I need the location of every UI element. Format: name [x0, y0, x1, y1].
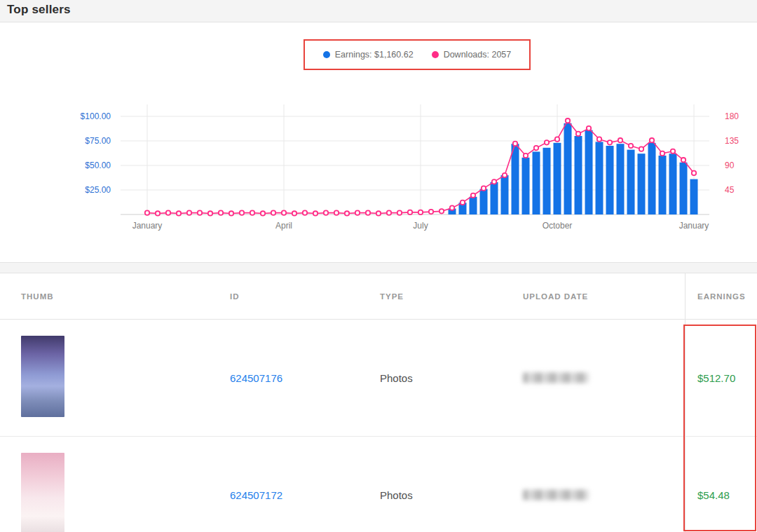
- downloads-marker: [334, 210, 339, 214]
- legend-downloads-label: Downloads: 2057: [444, 50, 512, 60]
- downloads-marker: [177, 211, 181, 215]
- downloads-marker: [397, 210, 402, 214]
- downloads-marker: [282, 210, 286, 214]
- downloads-marker: [313, 211, 318, 215]
- left-axis-tick: $50.00: [85, 161, 111, 170]
- x-axis-label: July: [413, 221, 428, 231]
- header-thumb: THUMB: [21, 273, 54, 320]
- earnings-bar: [501, 175, 509, 214]
- downloads-marker: [240, 210, 244, 214]
- earnings-bar: [564, 123, 572, 214]
- downloads-marker: [166, 210, 170, 214]
- earnings-bar: [680, 163, 688, 214]
- downloads-dot-icon: [432, 51, 439, 58]
- upload-date-redacted: [523, 490, 589, 500]
- downloads-marker: [187, 210, 191, 214]
- downloads-marker: [208, 211, 212, 215]
- downloads-marker: [671, 149, 675, 154]
- downloads-marker: [597, 137, 601, 141]
- downloads-marker: [355, 210, 360, 214]
- downloads-marker: [608, 140, 612, 144]
- earnings-bar: [470, 197, 477, 214]
- asset-earnings: $54.48: [697, 489, 730, 501]
- left-axis-tick: $100.00: [81, 111, 111, 121]
- asset-type: Photos: [380, 489, 413, 501]
- downloads-marker: [461, 200, 465, 205]
- downloads-marker: [545, 140, 549, 144]
- earnings-downloads-chart: JanuaryAprilJulyOctoberJanuary$25.0045$5…: [0, 92, 757, 243]
- earnings-bar: [617, 144, 625, 214]
- downloads-marker: [503, 173, 507, 177]
- earnings-bar: [543, 148, 551, 214]
- earnings-bar: [627, 150, 635, 214]
- downloads-marker: [198, 210, 202, 214]
- downloads-marker: [566, 118, 570, 123]
- left-axis-tick: $25.00: [85, 185, 111, 195]
- downloads-marker: [534, 146, 538, 150]
- downloads-marker: [303, 210, 307, 214]
- downloads-marker: [345, 211, 349, 215]
- header-type: TYPE: [380, 273, 404, 320]
- header-upload-date: UPLOAD DATE: [523, 273, 588, 320]
- asset-type: Photos: [380, 372, 413, 384]
- right-axis-tick: 90: [725, 161, 735, 170]
- upload-date-cell: [523, 373, 589, 383]
- downloads-marker: [576, 132, 580, 136]
- earnings-bar: [659, 156, 667, 214]
- asset-id-link[interactable]: 624507172: [230, 489, 282, 501]
- earnings-bar: [522, 158, 530, 214]
- downloads-marker: [681, 158, 686, 162]
- chart-card: Earnings: $1,160.62 Downloads: 2057 Janu…: [0, 22, 757, 263]
- legend-item-downloads: Downloads: 2057: [432, 50, 512, 60]
- downloads-marker: [261, 211, 265, 215]
- earnings-bar: [596, 142, 603, 214]
- downloads-marker: [492, 179, 496, 184]
- earnings-bar: [669, 154, 677, 214]
- downloads-marker: [429, 210, 433, 214]
- earnings-bar: [533, 151, 540, 214]
- legend-annotation-box: Earnings: $1,160.62 Downloads: 2057: [304, 39, 531, 70]
- earnings-bar: [512, 144, 519, 214]
- asset-thumbnail[interactable]: [21, 453, 64, 532]
- top-sellers-page: Top sellers Earnings: $1,160.62 Download…: [0, 0, 757, 532]
- page-title: Top sellers: [7, 3, 71, 17]
- earnings-bar: [480, 189, 488, 214]
- table-row: 624507176 Photos $512.70: [0, 320, 757, 437]
- downloads-marker: [650, 138, 654, 142]
- earnings-bar: [491, 182, 498, 214]
- downloads-marker: [156, 211, 160, 215]
- upload-date-redacted: [523, 373, 589, 383]
- right-axis-tick: 135: [725, 136, 739, 146]
- x-axis-label: January: [679, 221, 709, 231]
- asset-id-link[interactable]: 624507176: [230, 372, 282, 384]
- downloads-marker: [639, 146, 643, 151]
- downloads-marker: [229, 211, 233, 215]
- table-header-row: THUMB ID TYPE UPLOAD DATE EARNINGS: [0, 273, 757, 320]
- earnings-bar: [575, 136, 582, 214]
- downloads-marker: [513, 142, 517, 146]
- top-sellers-table: THUMB ID TYPE UPLOAD DATE EARNINGS 62450…: [0, 273, 757, 532]
- downloads-marker: [250, 210, 254, 214]
- header-id: ID: [230, 273, 240, 320]
- legend-item-earnings: Earnings: $1,160.62: [323, 50, 414, 60]
- earnings-bar: [585, 130, 593, 214]
- downloads-marker: [587, 126, 591, 130]
- asset-thumbnail[interactable]: [21, 336, 64, 417]
- downloads-marker: [555, 137, 559, 141]
- legend-earnings-label: Earnings: $1,160.62: [335, 50, 414, 60]
- downloads-marker: [660, 151, 664, 156]
- downloads-marker: [524, 154, 528, 158]
- chart-legend: Earnings: $1,160.62 Downloads: 2057: [323, 50, 512, 60]
- earnings-bar: [648, 143, 656, 214]
- downloads-marker: [376, 211, 381, 215]
- downloads-marker: [439, 209, 444, 213]
- downloads-marker: [387, 210, 391, 214]
- downloads-marker: [450, 205, 454, 210]
- earnings-bar: [606, 146, 614, 214]
- downloads-marker: [324, 210, 328, 214]
- downloads-marker: [145, 210, 149, 214]
- downloads-marker: [271, 210, 275, 214]
- downloads-marker: [292, 211, 296, 215]
- earnings-bar: [638, 154, 646, 214]
- downloads-marker: [366, 210, 370, 214]
